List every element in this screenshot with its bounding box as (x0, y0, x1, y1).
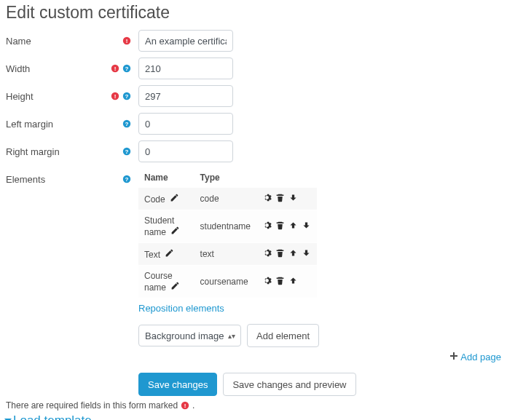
arrow-up-icon[interactable] (288, 276, 298, 288)
add-element-button[interactable]: Add element (247, 324, 319, 347)
required-icon: ! (111, 64, 119, 73)
svg-text:!: ! (126, 38, 128, 44)
add-page-link[interactable]: Add page (460, 352, 501, 362)
help-icon[interactable]: ? (122, 147, 131, 156)
help-icon[interactable]: ? (122, 175, 131, 183)
trash-icon[interactable] (275, 221, 285, 232)
page-title: Edit custom certificate (6, 3, 501, 23)
table-row: Student namestudentname (138, 210, 317, 243)
plus-icon (449, 352, 458, 362)
name-label: Name (6, 36, 31, 47)
left-margin-input[interactable] (138, 113, 233, 135)
trash-icon[interactable] (275, 276, 285, 288)
trash-icon[interactable] (275, 193, 285, 205)
gear-icon[interactable] (262, 248, 272, 260)
save-button[interactable]: Save changes (138, 373, 217, 396)
table-row: Course namecoursename (138, 266, 317, 298)
table-row: Texttext (138, 243, 317, 266)
gear-icon[interactable] (262, 193, 272, 205)
table-row: Codecode (138, 188, 317, 210)
svg-text:!: ! (184, 403, 186, 409)
svg-text:?: ? (125, 176, 129, 183)
svg-text:!: ! (114, 66, 117, 72)
svg-rect-17 (450, 355, 457, 357)
pencil-icon[interactable] (170, 282, 180, 293)
help-icon[interactable]: ? (122, 119, 131, 128)
height-input[interactable] (138, 85, 233, 107)
arrow-up-icon[interactable] (288, 221, 298, 232)
col-name: Name (138, 168, 194, 188)
elements-label: Elements (6, 174, 45, 185)
element-type: studentname (194, 210, 256, 243)
height-label: Height (6, 91, 34, 102)
width-input[interactable] (138, 58, 233, 79)
col-type: Type (194, 168, 256, 188)
reposition-link[interactable]: Reposition elements (138, 303, 224, 314)
load-template-toggle[interactable]: Load template (6, 413, 501, 420)
required-icon: ! (181, 401, 189, 410)
arrow-down-icon[interactable] (302, 221, 311, 232)
required-note-dot: . (192, 400, 194, 411)
element-type: code (194, 188, 256, 210)
arrow-down-icon[interactable] (288, 193, 298, 205)
gear-icon[interactable] (262, 276, 272, 288)
element-name: Text (144, 250, 160, 260)
svg-text:?: ? (125, 121, 129, 127)
element-type: text (194, 243, 256, 266)
pencil-icon[interactable] (170, 194, 179, 205)
trash-icon[interactable] (275, 248, 285, 260)
element-type: coursename (194, 266, 256, 298)
arrow-down-icon[interactable] (302, 248, 311, 260)
help-icon[interactable]: ? (122, 92, 131, 100)
arrow-up-icon[interactable] (288, 248, 298, 260)
required-icon: ! (111, 92, 119, 100)
element-name: Code (144, 194, 165, 205)
svg-text:?: ? (125, 66, 129, 72)
width-label: Width (6, 63, 30, 74)
left-margin-label: Left margin (6, 119, 53, 130)
required-note-text: There are required fields in this form m… (6, 400, 178, 411)
required-icon: ! (122, 36, 131, 45)
pencil-icon[interactable] (165, 250, 174, 260)
gear-icon[interactable] (262, 221, 272, 232)
right-margin-label: Right margin (6, 146, 60, 157)
svg-text:?: ? (125, 148, 129, 155)
load-template-title: Load template (13, 413, 92, 420)
elements-table: Name Type CodecodeStudent namestudentnam… (138, 168, 317, 298)
pencil-icon[interactable] (170, 227, 180, 237)
element-name: Course name (144, 271, 173, 293)
name-input[interactable] (138, 30, 233, 52)
element-type-select[interactable]: Background image (138, 325, 241, 346)
right-margin-input[interactable] (138, 140, 233, 162)
save-preview-button[interactable]: Save changes and preview (223, 373, 355, 396)
svg-text:!: ! (114, 93, 117, 100)
svg-text:?: ? (125, 93, 129, 100)
help-icon[interactable]: ? (122, 64, 131, 73)
